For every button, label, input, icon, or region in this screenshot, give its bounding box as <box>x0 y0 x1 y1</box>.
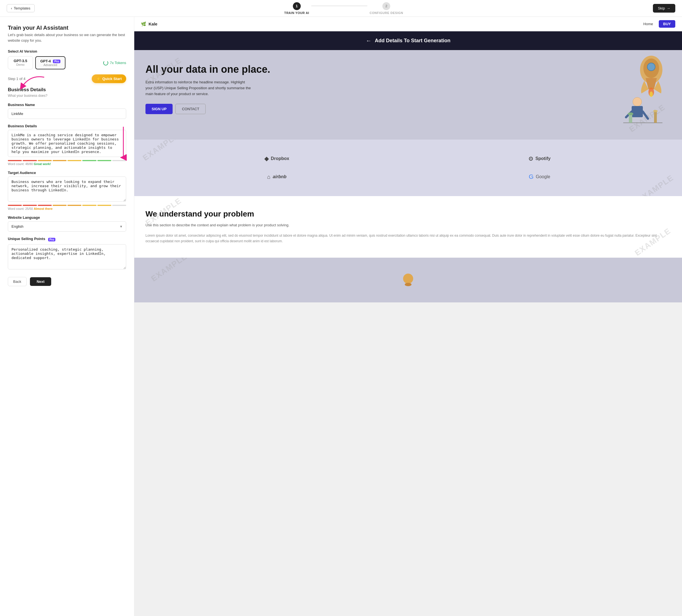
svg-point-15 <box>405 283 411 286</box>
ai-version-label: Select AI Version <box>8 49 126 53</box>
pro-badge: Pro <box>53 60 61 63</box>
business-name-label: Business Name <box>8 103 126 107</box>
biz-details-sub: What your business does? <box>8 94 126 98</box>
tokens-spinner-icon <box>103 61 108 66</box>
ai-option-gpt35[interactable]: GPT-3.5 Demo <box>8 56 33 69</box>
step-row: Step 1 of 4 ⚡ Quick Start <box>8 74 126 83</box>
website-language-field: Website Language English Spanish French … <box>8 215 126 232</box>
svg-rect-10 <box>629 114 632 123</box>
logo-google: G Google <box>408 167 671 186</box>
nav-buy-button[interactable]: BUY <box>659 20 675 28</box>
business-name-input[interactable] <box>8 109 126 119</box>
svg-point-5 <box>633 97 642 106</box>
business-details-input[interactable]: LinkMe is a coaching service designed to… <box>8 130 126 157</box>
skip-button[interactable]: Skip → <box>653 4 675 13</box>
usp-label-row: Unique Selling Points Pro <box>8 237 126 243</box>
bottom-teaser-content <box>145 269 671 291</box>
dropbox-label: Dropbox <box>271 156 289 161</box>
right-panel: 🌿 Kale Home BUY ← Add Details To Start G… <box>134 17 682 616</box>
banner-arrow-icon: ← <box>366 38 371 44</box>
step-2-item: 2 CONFIGURE DESIGN <box>369 2 403 15</box>
back-action-button[interactable]: Back <box>8 277 27 286</box>
ai-option-name-gpt35: GPT-3.5 <box>13 59 28 63</box>
target-audience-field: Target Audience Business owners who are … <box>8 170 126 210</box>
business-details-word-count: Word count: 48/80 Great work! <box>8 162 126 166</box>
hero-contact-button[interactable]: CONTACT <box>175 104 206 114</box>
logo-text: Kale <box>149 22 158 26</box>
ta-seg-5 <box>67 205 82 206</box>
ta-seg-7 <box>97 205 111 206</box>
hero-illustration-svg <box>615 53 671 126</box>
progress-seg-3 <box>38 160 52 161</box>
hero-desc: Extra information to reinforce the headl… <box>145 79 252 97</box>
progress-seg-8 <box>112 160 126 161</box>
progress-seg-7 <box>97 160 111 161</box>
back-to-templates-button[interactable]: ‹ Templates <box>7 4 35 12</box>
ai-option-name-gpt4: GPT-4 Pro <box>40 59 61 63</box>
hero-title: All your data in one place. <box>145 64 434 75</box>
ta-seg-3 <box>38 205 52 206</box>
ta-seg-6 <box>82 205 96 206</box>
google-icon: G <box>529 173 533 180</box>
business-details-field: Business Details LinkMe is a coaching se… <box>8 124 126 166</box>
airbnb-icon: ⌂ <box>267 174 271 180</box>
hero-illustration-area <box>615 53 676 131</box>
hero-signup-button[interactable]: SIGN UP <box>145 104 173 114</box>
problem-lorem: Lorem ipsum dolor sit amet, consectetur … <box>145 233 671 244</box>
ta-seg-1 <box>8 205 22 206</box>
panel-title: Train your AI Assistant <box>8 25 126 31</box>
preview-nav: 🌿 Kale Home BUY <box>134 17 682 31</box>
svg-point-14 <box>403 274 413 284</box>
left-panel: Train your AI Assistant Let's grab basic… <box>0 17 134 616</box>
nav-home-link[interactable]: Home <box>643 22 653 26</box>
step-divider <box>311 6 367 6</box>
lightning-icon: ⚡ <box>96 77 101 81</box>
preview-bottom: EXAMPLE <box>134 258 682 302</box>
preview-hero: EXAMPLE EXAMPLE All your data in one pla… <box>134 50 682 140</box>
ai-option-sub-gpt4: Advanced <box>40 63 61 67</box>
logo-dropbox: ◆ Dropbox <box>145 150 408 167</box>
logo-airbnb: ⌂ airbnb <box>145 167 408 186</box>
target-audience-progress <box>8 205 126 206</box>
ai-option-gpt4[interactable]: GPT-4 Pro Advanced <box>35 56 65 69</box>
svg-line-8 <box>643 112 648 119</box>
main-layout: Train your AI Assistant Let's grab basic… <box>0 17 682 616</box>
hero-buttons: SIGN UP CONTACT <box>145 104 434 114</box>
ta-seg-8 <box>112 205 126 206</box>
svg-point-2 <box>647 63 655 71</box>
language-select[interactable]: English Spanish French German Portuguese <box>8 221 126 232</box>
progress-seg-4 <box>52 160 67 161</box>
preview-logos: EXAMPLE EXAMPLE ◆ Dropbox ⊙ Spotify ⌂ ai… <box>134 140 682 196</box>
quick-start-label: Quick Start <box>103 77 122 81</box>
usp-label: Unique Selling Points <box>8 237 45 241</box>
logo-spotify: ⊙ Spotify <box>408 150 671 167</box>
quick-start-button[interactable]: ⚡ Quick Start <box>92 74 126 83</box>
generation-banner-text: Add Details To Start Generation <box>375 38 451 44</box>
spotify-label: Spotify <box>536 156 550 161</box>
business-name-field: Business Name <box>8 103 126 119</box>
skip-label: Skip <box>658 6 665 10</box>
step-1-label: TRAIN YOUR AI <box>284 11 309 15</box>
ta-seg-2 <box>23 205 37 206</box>
panel-subtitle: Let's grab basic details about your busi… <box>8 32 126 43</box>
step-info: Step 1 of 4 <box>8 77 25 81</box>
target-audience-input[interactable]: Business owners who are looking to expan… <box>8 177 126 202</box>
bottom-actions: Back Next <box>8 277 126 289</box>
back-label: Templates <box>14 6 30 10</box>
preview-problem: EXAMPLE EXAMPLE We understand your probl… <box>134 196 682 258</box>
language-select-wrapper: English Spanish French German Portuguese… <box>8 221 126 232</box>
target-audience-label: Target Audience <box>8 170 126 175</box>
ai-option-sub-gpt35: Demo <box>13 63 28 66</box>
step-2-circle: 2 <box>382 2 390 10</box>
arrow-right-icon: → <box>667 6 670 10</box>
next-button[interactable]: Next <box>30 277 51 286</box>
progress-seg-1 <box>8 160 22 161</box>
ai-version-section: Select AI Version GPT-3.5 Demo GPT-4 Pro… <box>8 49 126 69</box>
spotify-icon: ⊙ <box>528 155 533 162</box>
ai-version-row: GPT-3.5 Demo GPT-4 Pro Advanced 7x Token… <box>8 56 126 69</box>
hero-left: All your data in one place. Extra inform… <box>145 64 434 114</box>
problem-title: We understand your problem <box>145 209 671 219</box>
website-language-label: Website Language <box>8 215 126 220</box>
business-details-label: Business Details <box>8 124 126 128</box>
usp-input[interactable]: Personalized coaching, strategic plannin… <box>8 244 126 269</box>
